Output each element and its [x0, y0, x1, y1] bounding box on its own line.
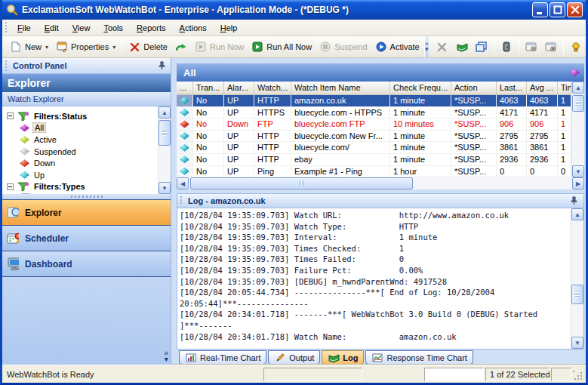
- tab-output[interactable]: Output: [268, 350, 320, 365]
- lamp-button[interactable]: [566, 39, 586, 55]
- sidebar-splitter[interactable]: [2, 194, 171, 199]
- minimize-button[interactable]: [532, 2, 548, 17]
- delete-button[interactable]: Delete: [125, 39, 171, 55]
- sidebar-overflow-chevron[interactable]: »▾: [164, 350, 168, 362]
- menu-actions[interactable]: Actions: [173, 21, 214, 35]
- tree-scrollbar[interactable]: ▲ ▼: [158, 106, 171, 194]
- column-header-last[interactable]: Last...: [497, 82, 527, 94]
- table-vertical-scrollbar[interactable]: ▲ ▼: [571, 82, 584, 177]
- close-button[interactable]: [567, 2, 583, 17]
- window-suspend-icon: [545, 42, 557, 53]
- column-header-transaction[interactable]: Tran...: [193, 82, 224, 94]
- redo-arrow-button[interactable]: [171, 39, 191, 55]
- toolbar-overflow-chevron[interactable]: »▾: [424, 36, 429, 57]
- row-status-icon-cell: [177, 166, 193, 177]
- tree-item-filters-types[interactable]: Filters:Types: [7, 181, 158, 193]
- delete-disabled-button[interactable]: [433, 39, 452, 55]
- table-row[interactable]: NoUPHTTPbluecycle.com/1 minute*SUSP...38…: [177, 142, 571, 154]
- log-book-button[interactable]: [452, 39, 472, 55]
- column-header-time[interactable]: Time: [558, 82, 571, 94]
- run-now-button[interactable]: Run Now: [191, 39, 248, 55]
- scroll-up-icon[interactable]: ▲: [571, 208, 583, 220]
- tree-collapse-icon[interactable]: [7, 183, 14, 190]
- column-header-action[interactable]: Action: [451, 82, 497, 94]
- scroll-up-icon[interactable]: ▲: [572, 82, 584, 94]
- menu-help[interactable]: Help: [214, 21, 245, 35]
- cascade-windows-icon: [476, 42, 488, 53]
- run-all-now-button[interactable]: Run All Now: [248, 39, 316, 55]
- activate-button[interactable]: Activate: [371, 39, 423, 55]
- exit-door-button[interactable]: [497, 39, 516, 55]
- table-horizontal-scrollbar[interactable]: ◀ ▶: [177, 177, 584, 189]
- log-panel-grip[interactable]: [180, 196, 183, 205]
- column-header-name[interactable]: Watch Item Name: [291, 82, 390, 94]
- tree-item-up[interactable]: Up: [7, 169, 158, 181]
- gem-gray: [20, 148, 29, 156]
- tab-real-time-chart[interactable]: Real-Time Chart: [179, 350, 266, 365]
- maximize-button[interactable]: [550, 2, 565, 17]
- titlebar: ExclamationSoft WebWatchBot - Enterprise…: [2, 0, 586, 20]
- nav-dashboard-button[interactable]: Dashboard: [2, 251, 171, 276]
- cell-watch_type: HTTPS: [254, 107, 291, 119]
- properties-button[interactable]: Properties▾: [52, 39, 119, 55]
- menu-grip[interactable]: [5, 22, 8, 33]
- column-header-watch_type[interactable]: Watch...: [254, 82, 291, 94]
- control-panel-grip[interactable]: [5, 60, 8, 71]
- log-output[interactable]: [10/28/04 19:35:09.703] Watch URL: http:…: [177, 208, 571, 349]
- window-suspend-button[interactable]: [541, 39, 561, 55]
- tree-collapse-icon[interactable]: [7, 112, 14, 119]
- table-row[interactable]: NoUPHTTPebay1 minute*SUSP...293629361: [177, 154, 571, 166]
- tree-item-active[interactable]: Active: [7, 134, 158, 146]
- table-row[interactable]: NoUPHTTPbluecycle.com New Fr...1 minute*…: [177, 131, 571, 143]
- menu-reports[interactable]: Reports: [130, 21, 173, 35]
- cell-transaction: No: [193, 154, 224, 165]
- tree-item-filters-status[interactable]: Filters:Status: [7, 110, 158, 122]
- table-row[interactable]: NoUPHTTPSbluecycle.com - HTPPS1 minute*S…: [177, 107, 571, 119]
- scroll-down-icon[interactable]: ▼: [159, 182, 171, 194]
- column-header-alarm[interactable]: Alar...: [224, 82, 254, 94]
- column-header-check_frequency[interactable]: Check Frequ...: [390, 82, 451, 94]
- column-header-avg[interactable]: Avg ...: [527, 82, 558, 94]
- app-window: ExclamationSoft WebWatchBot - Enterprise…: [0, 0, 588, 385]
- tab-response-time-chart[interactable]: Response Time Chart: [365, 350, 473, 365]
- tab-log[interactable]: Log: [322, 350, 364, 365]
- table-row[interactable]: NoUPPingExample #1 - Ping1 hour*SUSP...0…: [177, 166, 571, 177]
- resize-grip[interactable]: [573, 371, 583, 381]
- cascade-windows-button[interactable]: [472, 39, 491, 55]
- menu-edit[interactable]: Edit: [38, 21, 66, 35]
- tree-item-down[interactable]: Down: [7, 157, 158, 169]
- scroll-down-icon[interactable]: ▼: [572, 165, 584, 177]
- column-header-status_icon[interactable]: ...: [177, 82, 193, 94]
- table-row[interactable]: NoDownFTPbluecycle.com FTP10 minutes*SUS…: [177, 119, 571, 131]
- pin-icon[interactable]: [568, 196, 580, 207]
- run-all-now-icon: [251, 42, 263, 53]
- new-button[interactable]: New▾: [6, 39, 52, 55]
- table-header[interactable]: ...Tran...Alar...Watch...Watch Item Name…: [177, 82, 571, 95]
- nav-scheduler-button[interactable]: Scheduler: [2, 225, 171, 251]
- status-selection-count: 1 of 22 Selected: [485, 368, 550, 381]
- scroll-right-icon[interactable]: ▶: [572, 177, 584, 189]
- menu-tools[interactable]: Tools: [97, 21, 130, 35]
- cell-transaction: No: [193, 142, 224, 153]
- cell-last: 906: [497, 119, 527, 130]
- scroll-up-icon[interactable]: ▲: [159, 106, 171, 119]
- window-run-button[interactable]: [522, 39, 541, 55]
- control-panel-header: Control Panel: [2, 58, 171, 74]
- table-row[interactable]: NoUPHTTPamazon.co.uk1 minute*SUSP...4063…: [177, 95, 571, 107]
- status-bar: WebWatchBot is Ready 1 of 22 Selected: [2, 365, 586, 383]
- watch-explorer-bar: Watch Explorer: [2, 92, 171, 106]
- suspend-button[interactable]: Suspend: [316, 39, 371, 55]
- nav-explorer-button[interactable]: Explorer: [2, 199, 171, 225]
- tree-item-all[interactable]: All: [7, 122, 158, 134]
- tree-item-suspended[interactable]: Suspended: [7, 146, 158, 158]
- menu-file[interactable]: File: [11, 21, 38, 35]
- pin-icon[interactable]: [155, 60, 168, 72]
- scroll-down-icon[interactable]: ▼: [571, 337, 583, 349]
- log-scrollbar[interactable]: ▲ ▼: [571, 208, 583, 349]
- scroll-left-icon[interactable]: ◀: [177, 177, 189, 189]
- panel-splitter[interactable]: [171, 58, 177, 365]
- chevron-down-icon[interactable]: ▾: [45, 44, 48, 51]
- menu-view[interactable]: View: [66, 21, 97, 35]
- cell-alarm: UP: [224, 95, 254, 106]
- chevron-down-icon[interactable]: ▾: [112, 44, 115, 51]
